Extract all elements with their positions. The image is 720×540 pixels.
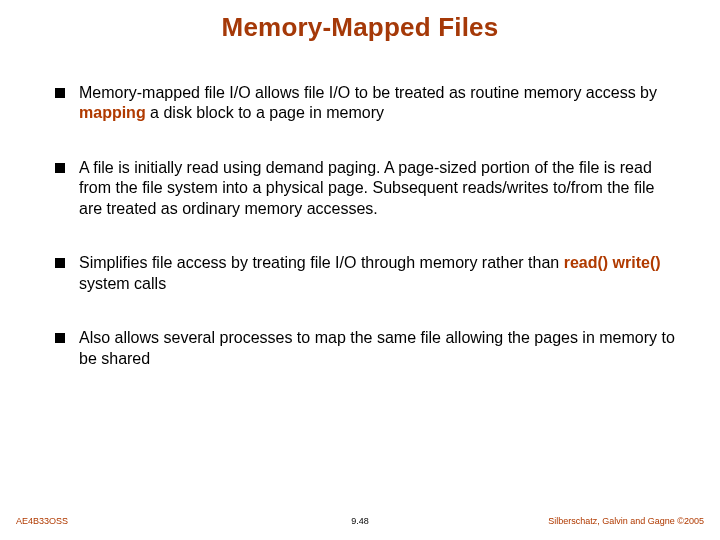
bullet-item-1: Memory-mapped file I/O allows file I/O t… — [55, 83, 680, 124]
square-bullet-icon — [55, 333, 65, 343]
footer-right: Silberschatz, Galvin and Gagne ©2005 — [548, 516, 704, 526]
bullet-text: Also allows several processes to map the… — [79, 328, 680, 369]
bullet-text: Memory-mapped file I/O allows file I/O t… — [79, 83, 680, 124]
square-bullet-icon — [55, 258, 65, 268]
slide-body: Memory-mapped file I/O allows file I/O t… — [0, 43, 720, 369]
slide: Memory-Mapped Files Memory-mapped file I… — [0, 0, 720, 540]
bullet-item-3: Simplifies file access by treating file … — [55, 253, 680, 294]
text-run: system calls — [79, 275, 166, 292]
square-bullet-icon — [55, 88, 65, 98]
footer-center: 9.48 — [351, 516, 369, 526]
slide-title: Memory-Mapped Files — [0, 0, 720, 43]
bullet-item-2: A file is initially read using demand pa… — [55, 158, 680, 219]
square-bullet-icon — [55, 163, 65, 173]
keyword: mapping — [79, 104, 146, 121]
footer-left: AE4B33OSS — [16, 516, 68, 526]
bullet-item-4: Also allows several processes to map the… — [55, 328, 680, 369]
text-run: a disk block to a page in memory — [146, 104, 384, 121]
text-run: Memory-mapped file I/O allows file I/O t… — [79, 84, 657, 101]
bullet-text: A file is initially read using demand pa… — [79, 158, 680, 219]
bullet-text: Simplifies file access by treating file … — [79, 253, 680, 294]
keyword: read() write() — [564, 254, 661, 271]
text-run: Simplifies file access by treating file … — [79, 254, 564, 271]
